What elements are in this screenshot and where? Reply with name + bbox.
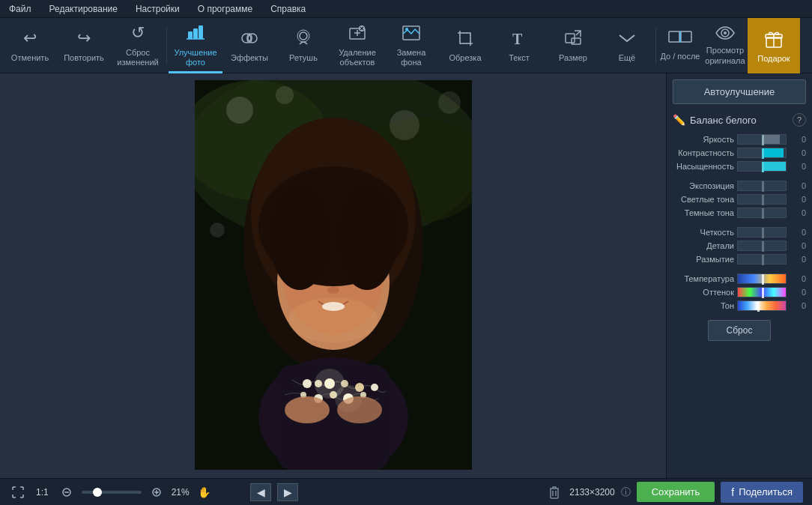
highlights-track[interactable] (737, 194, 787, 205)
exposure-track[interactable] (737, 181, 787, 191)
temperature-value: 0 (790, 274, 806, 283)
photo-canvas (195, 80, 472, 470)
brightness-track[interactable] (737, 134, 787, 145)
bottom-left: 1:1 21% ✋ (9, 483, 244, 501)
exposure-handle (762, 181, 764, 192)
effects-button[interactable]: Эффекты (222, 18, 276, 73)
zoom-slider[interactable] (82, 491, 142, 494)
enhance-icon (184, 21, 207, 45)
svg-point-48 (303, 379, 312, 388)
help-button[interactable]: ? (793, 113, 806, 127)
contrast-label: Контрастность (673, 148, 734, 157)
contrast-track[interactable] (737, 148, 787, 158)
zoom-out-button[interactable] (58, 483, 76, 501)
enhance-button[interactable]: Улучшение фото (169, 18, 222, 73)
details-value: 0 (790, 241, 806, 250)
gift-icon (763, 28, 784, 51)
menu-file[interactable]: Файл (6, 4, 34, 14)
saturation-handle (762, 162, 764, 172)
svg-point-31 (276, 86, 294, 104)
preview-button[interactable]: Просмотр оригинала (703, 18, 748, 73)
svg-rect-18 (572, 38, 581, 44)
delete-button[interactable] (545, 483, 563, 501)
svg-point-7 (300, 32, 307, 40)
saturation-track[interactable] (737, 161, 787, 172)
resize-icon (561, 26, 585, 50)
resize-button[interactable]: Размер (546, 18, 600, 73)
crop-button[interactable]: Обрезка (438, 18, 492, 73)
details-handle (762, 241, 764, 252)
svg-point-5 (248, 34, 257, 43)
svg-rect-15 (460, 33, 470, 43)
canvas-area[interactable] (0, 73, 666, 478)
shadows-value: 0 (790, 208, 806, 217)
blur-track[interactable] (737, 254, 787, 264)
svg-point-63 (288, 297, 378, 342)
share-button[interactable]: f Поделиться (721, 482, 803, 503)
blur-handle (762, 255, 764, 265)
details-row: Детали 0 (673, 241, 806, 251)
zoom-in-button[interactable] (148, 483, 166, 501)
tone-handle (757, 301, 760, 312)
undo-icon: ↩ (18, 26, 42, 50)
gap-1 (673, 175, 806, 181)
more-button[interactable]: Ещё (600, 18, 654, 73)
before-after-button[interactable]: До / после (658, 18, 703, 73)
next-button[interactable]: ▶ (277, 483, 298, 501)
details-track[interactable] (737, 241, 787, 251)
image-dimensions: 2133×3200 (569, 487, 614, 498)
section-header: ✏️ Баланс белого ? (673, 113, 806, 127)
replace-bg-button[interactable]: Замена фона (384, 18, 438, 73)
white-balance-label: Баланс белого (690, 115, 788, 126)
menu-settings[interactable]: Настройки (133, 4, 183, 14)
tone-value: 0 (790, 301, 806, 310)
svg-point-62 (337, 396, 382, 423)
temperature-track[interactable] (737, 273, 787, 284)
menu-help[interactable]: Справка (267, 4, 309, 14)
menu-bar: Файл Редактирование Настройки О программ… (0, 0, 812, 18)
save-button[interactable]: Сохранить (637, 482, 715, 502)
before-after-icon (668, 31, 692, 49)
replace-bg-icon (399, 21, 423, 45)
prev-button[interactable]: ◀ (250, 483, 271, 501)
clarity-track[interactable] (737, 227, 787, 238)
brightness-row: Яркость 0 (673, 134, 806, 145)
fullscreen-button[interactable] (9, 483, 27, 501)
bottom-center: ◀ ▶ (250, 483, 298, 501)
bottom-right: 2133×3200 ⓘ Сохранить f Поделиться (545, 482, 803, 503)
blur-value: 0 (790, 255, 806, 264)
highlights-label: Светлые тона (673, 195, 734, 204)
reset-button[interactable]: ↺ Сброс изменений (111, 18, 165, 73)
clarity-label: Четкость (673, 228, 734, 237)
tone-track[interactable] (737, 300, 787, 311)
svg-rect-1 (193, 28, 198, 39)
gift-button[interactable]: Подарок (748, 18, 800, 73)
svg-point-30 (226, 97, 253, 124)
menu-edit[interactable]: Редактирование (46, 4, 121, 14)
shadows-label: Темные тона (673, 208, 734, 217)
svg-rect-0 (188, 31, 193, 39)
auto-enhance-button[interactable]: Автоулучшение (673, 79, 806, 104)
reset-adjustments-button[interactable]: Сброс (708, 320, 772, 341)
remove-objects-button[interactable]: Удаление объектов (330, 18, 384, 73)
hue-track[interactable] (737, 287, 787, 297)
menu-about[interactable]: О программе (195, 4, 255, 14)
hue-value: 0 (790, 288, 806, 297)
info-button[interactable]: ⓘ (621, 486, 631, 499)
undo-button[interactable]: ↩ Отменить (3, 18, 57, 73)
hand-tool-button[interactable]: ✋ (196, 483, 213, 501)
temperature-label: Температура (673, 274, 734, 283)
fit-ratio[interactable]: 1:1 (33, 486, 52, 499)
highlights-handle (762, 195, 764, 205)
temperature-row: Температура 0 (673, 273, 806, 284)
brightness-fill (762, 135, 780, 144)
text-button[interactable]: T Текст (492, 18, 546, 73)
main-content: Автоулучшение ✏️ Баланс белого ? Яркость… (0, 73, 812, 478)
svg-point-42 (327, 286, 339, 294)
shadows-track[interactable] (737, 208, 787, 218)
separator-1 (166, 27, 167, 64)
retouch-button[interactable]: Ретушь (276, 18, 330, 73)
remove-objects-icon (345, 21, 369, 45)
svg-point-14 (405, 28, 408, 31)
redo-button[interactable]: ↪ Повторить (57, 18, 111, 73)
